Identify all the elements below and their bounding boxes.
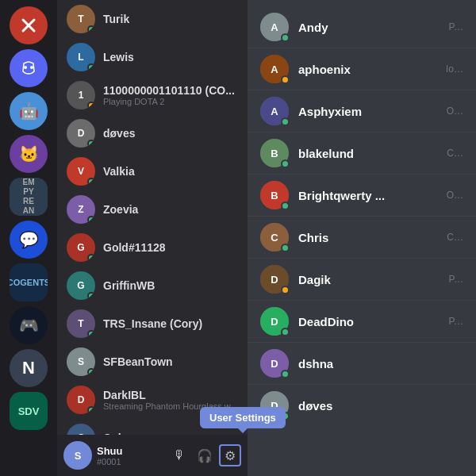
- friend-avatar-f3: A: [260, 97, 289, 125]
- friend-item-f5[interactable]: B Brightqwerty ... O...: [248, 174, 476, 216]
- dm-item-u5[interactable]: V Valkia: [57, 152, 248, 190]
- friend-status-dot-f2: [281, 75, 290, 84]
- friend-status-text-f2: lo...: [446, 63, 463, 75]
- friend-status-text-f7: P...: [449, 274, 463, 285]
- dm-status-u2: [87, 63, 95, 71]
- friend-status-text-f1: P...: [449, 21, 463, 33]
- friend-status-dot-f4: [281, 159, 290, 168]
- current-user-discriminator: #0001: [97, 457, 163, 466]
- friend-name-f2: aphoenix: [298, 63, 436, 76]
- mute-button[interactable]: 🎙: [168, 444, 190, 466]
- dm-avatar-u8: G: [67, 271, 95, 300]
- dm-info-u6: Zoevia: [103, 203, 238, 216]
- friend-status-text-f4: C...: [447, 148, 463, 159]
- dm-avatar-u6: Z: [67, 195, 95, 224]
- friend-item-f8[interactable]: D DeadDino P...: [248, 300, 476, 342]
- dm-status-u7: [87, 254, 95, 262]
- friend-name-f4: blakelund: [298, 147, 437, 160]
- server-icon-s9[interactable]: N: [10, 349, 48, 387]
- server-icon-s7[interactable]: COGENTS: [10, 263, 48, 301]
- dm-info-u1: Turik: [103, 13, 238, 25]
- friend-avatar-f4: B: [260, 139, 289, 167]
- dm-item-u2[interactable]: L Lewis: [57, 38, 248, 76]
- dm-item-u4[interactable]: D døves: [57, 114, 248, 152]
- friend-status-dot-f3: [281, 117, 290, 126]
- server-icon-s8[interactable]: 🎮: [10, 306, 48, 344]
- friend-status-dot-f7: [281, 286, 290, 294]
- dm-avatar-u3: 1: [67, 81, 95, 109]
- current-user-avatar: S: [63, 441, 92, 470]
- dm-avatar-u1: T: [67, 5, 95, 33]
- dm-name-u6: Zoevia: [103, 203, 238, 216]
- dm-status-u11: [87, 406, 95, 414]
- friend-status-text-f5: O...: [447, 190, 463, 201]
- friend-avatar-f5: B: [260, 181, 289, 209]
- friend-item-f6[interactable]: C Chris C...: [248, 216, 476, 258]
- dm-name-u10: SFBeanTown: [103, 355, 238, 368]
- settings-tooltip: User Settings: [200, 407, 286, 428]
- dm-name-u4: døves: [103, 127, 238, 140]
- svg-point-3: [30, 66, 33, 69]
- dm-item-u9[interactable]: T TRS_Insane (Cory): [57, 305, 248, 343]
- dm-avatar-u12: C: [67, 424, 95, 435]
- dm-status-u3: [87, 102, 95, 109]
- dm-avatar-u2: L: [67, 43, 95, 71]
- server-icon-s3[interactable]: 🤖: [10, 92, 48, 130]
- dm-list-items: T Turik L Lewis 1 1100000001101110 (CO..…: [57, 0, 248, 435]
- dm-name-u9: TRS_Insane (Cory): [103, 317, 238, 330]
- friend-status-dot-f1: [281, 33, 290, 42]
- dm-status-u4: [87, 140, 95, 148]
- server-icon-s6[interactable]: 💬: [10, 221, 48, 259]
- dm-item-u6[interactable]: Z Zoevia: [57, 190, 248, 228]
- friend-name-f7: Dagik: [298, 273, 440, 286]
- friend-name-f9: dshna: [298, 357, 454, 370]
- server-icon-s2[interactable]: [10, 49, 48, 87]
- dm-name-u2: Lewis: [103, 51, 238, 63]
- dm-item-u3[interactable]: 1 1100000001101110 (CO... Playing DOTA 2: [57, 76, 248, 114]
- server-icon-s1[interactable]: [10, 6, 48, 44]
- user-panel: S Shuu #0001 🎙 🎧 ⚙ User Settings: [57, 435, 248, 476]
- dm-status-u9: [87, 330, 95, 338]
- deafen-button[interactable]: 🎧: [194, 444, 216, 466]
- friend-status-dot-f5: [281, 202, 290, 210]
- dm-status-u6: [87, 216, 95, 224]
- server-icon-s10[interactable]: SDV: [10, 392, 48, 430]
- friend-avatar-f9: D: [260, 349, 289, 378]
- dm-info-u10: SFBeanTown: [103, 355, 238, 368]
- user-panel-controls: 🎙 🎧 ⚙: [168, 444, 241, 466]
- dm-avatar-u4: D: [67, 119, 95, 148]
- dm-item-u8[interactable]: G GriffinWB: [57, 267, 248, 305]
- dm-info-u9: TRS_Insane (Cory): [103, 317, 238, 330]
- friend-name-f8: DeadDino: [298, 315, 440, 328]
- friend-item-f2[interactable]: A aphoenix lo...: [248, 48, 476, 90]
- friend-status-dot-f6: [281, 244, 290, 252]
- friend-item-f4[interactable]: B blakelund C...: [248, 132, 476, 174]
- friend-item-f3[interactable]: A Asphyxiem O...: [248, 90, 476, 132]
- dm-sub-u3: Playing DOTA 2: [103, 97, 238, 106]
- friend-avatar-f7: D: [260, 265, 289, 294]
- friend-name-f5: Brightqwerty ...: [298, 189, 437, 202]
- friend-item-f9[interactable]: D dshna: [248, 342, 476, 384]
- dm-name-u7: Gold#11128: [103, 241, 238, 254]
- friend-name-f10: døves: [298, 399, 454, 413]
- server-sidebar: 🤖🐱EMPYREAN💬COGENTS🎮NSDV: [0, 0, 57, 476]
- friend-item-f1[interactable]: A Andy P...: [248, 6, 476, 48]
- dm-name-u3: 1100000001101110 (CO...: [103, 84, 238, 97]
- server-icon-s4[interactable]: 🐱: [10, 135, 48, 173]
- friends-list: A Andy P... A aphoenix lo... A Asphyxiem…: [248, 0, 476, 476]
- friend-item-f7[interactable]: D Dagik P...: [248, 258, 476, 300]
- friend-status-text-f3: O...: [447, 106, 463, 117]
- server-icon-s5[interactable]: EMPYREAN: [10, 178, 48, 216]
- dm-item-u1[interactable]: T Turik: [57, 0, 248, 38]
- friend-status-dot-f9: [281, 370, 290, 378]
- current-user-avatar-initials: S: [75, 450, 82, 462]
- friend-status-text-f6: C...: [447, 232, 463, 243]
- dm-item-u7[interactable]: G Gold#11128: [57, 228, 248, 267]
- friend-avatar-f6: C: [260, 223, 289, 251]
- dm-list: T Turik L Lewis 1 1100000001101110 (CO..…: [57, 0, 248, 476]
- friend-status-text-f8: P...: [449, 316, 463, 327]
- dm-avatar-u11: D: [67, 386, 95, 414]
- dm-item-u10[interactable]: S SFBeanTown: [57, 343, 248, 381]
- settings-button[interactable]: ⚙: [219, 444, 241, 466]
- dm-avatar-u10: S: [67, 347, 95, 376]
